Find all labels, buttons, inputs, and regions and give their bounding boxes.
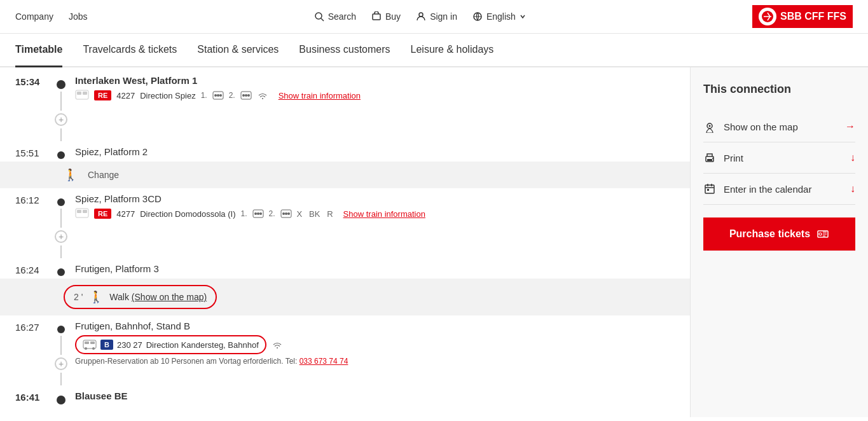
timeline-dot	[57, 326, 65, 333]
bus-direction: Direction Kandersteg, Bahnhof	[146, 340, 259, 350]
language-label: English	[486, 11, 516, 22]
timeline-col: +	[53, 75, 69, 141]
svg-point-39	[712, 158, 713, 159]
station-name: Blausee BE	[75, 390, 675, 401]
nav-station-services[interactable]: Station & services	[197, 34, 279, 67]
walk-highlight: 2 ' 🚶 Walk (Show on the map)	[64, 285, 217, 309]
sidebar-item-left: Enter in the calendar	[703, 183, 811, 195]
signin-button[interactable]: Sign in	[416, 11, 457, 22]
nav-leisure[interactable]: Leisure & holidays	[411, 34, 494, 67]
search-button[interactable]: Search	[314, 11, 356, 22]
svg-point-10	[214, 94, 217, 97]
timetable-area: 15:34 + Interlaken West, Platform 1 RE 4…	[0, 67, 690, 417]
svg-rect-7	[77, 92, 81, 95]
sidebar-item-print[interactable]: Print ↓	[703, 142, 855, 174]
class2-icon	[280, 209, 292, 218]
svg-point-15	[245, 94, 247, 97]
map-icon	[703, 120, 716, 133]
ticket-icon	[816, 228, 829, 240]
table-row: 15:51 Spiez, Platform 2	[0, 144, 690, 162]
departure-time: 16:27	[15, 321, 53, 333]
phone-link[interactable]: 033 673 74 74	[300, 357, 348, 366]
extra-service-codes: X BK R	[297, 209, 333, 219]
sidebar-arrow-down-print: ↓	[850, 152, 855, 163]
sidebar-item-map[interactable]: Show on the map →	[703, 111, 855, 142]
timeline-dot	[57, 396, 65, 404]
bus-wifi-icon	[272, 340, 283, 349]
globe-icon	[472, 11, 483, 22]
expand-button[interactable]: +	[55, 113, 67, 126]
arrival-time: 15:51	[15, 146, 53, 158]
station-name: Spiez, Platform 3CD	[75, 193, 675, 204]
svg-point-26	[282, 212, 285, 215]
station-name: Frutigen, Bahnhof, Stand B	[75, 321, 675, 331]
train-icon	[75, 208, 89, 219]
bus-number: 230 27	[117, 340, 142, 350]
table-row: 16:24 Frutigen, Platform 3	[0, 261, 690, 279]
bus-type-badge: B	[100, 340, 113, 350]
jobs-link[interactable]: Jobs	[69, 11, 88, 22]
main-nav: Timetable Travelcards & tickets Station …	[0, 34, 868, 67]
top-bar-left: Company Jobs	[15, 11, 88, 22]
wifi-icon	[257, 91, 268, 100]
purchase-tickets-button[interactable]: Purchase tickets	[703, 217, 855, 251]
station-info: Frutigen, Platform 3	[69, 263, 675, 274]
svg-point-31	[92, 347, 95, 350]
train-info: RE 4277 Direction Domodossola (I) 1. 2.	[75, 208, 675, 219]
station-name: Interlaken West, Platform 1	[75, 75, 675, 86]
svg-point-16	[247, 94, 250, 97]
timeline-col	[53, 263, 69, 276]
table-row: 16:41 Blausee BE	[0, 388, 690, 412]
nav-business[interactable]: Business customers	[299, 34, 390, 67]
station-info: Interlaken West, Platform 1 RE 4227 Dire…	[69, 75, 675, 101]
svg-rect-38	[707, 159, 712, 161]
top-bar: Company Jobs Search Buy Sign in	[0, 0, 868, 34]
company-link[interactable]: Company	[15, 11, 53, 22]
nav-travelcards[interactable]: Travelcards & tickets	[83, 34, 177, 67]
sidebar-arrow-right: →	[845, 121, 855, 132]
svg-point-30	[85, 347, 87, 350]
svg-rect-33	[90, 342, 95, 344]
top-bar-center: Search Buy Sign in English	[314, 11, 526, 22]
svg-point-12	[219, 94, 222, 97]
train-icon	[75, 90, 89, 101]
timeline-dot	[57, 268, 65, 276]
svg-point-3	[419, 13, 423, 17]
svg-point-22	[254, 212, 257, 215]
svg-point-17	[262, 98, 263, 99]
station-info: Spiez, Platform 3CD RE 4277 Direction Do…	[69, 193, 675, 219]
svg-point-43	[819, 233, 822, 235]
walk-icon: 🚶	[64, 168, 78, 182]
train-info: RE 4227 Direction Spiez 1. 2.	[75, 90, 675, 101]
expand-button[interactable]: +	[55, 230, 67, 243]
language-button[interactable]: English	[472, 11, 526, 22]
station-info: Frutigen, Bahnhof, Stand B B 230 27 Dire…	[69, 321, 675, 366]
show-train-info-link-2[interactable]: Show train information	[343, 209, 425, 219]
train-type-badge: RE	[94, 90, 111, 100]
sidebar-item-calendar[interactable]: Enter in the calendar ↓	[703, 174, 855, 205]
class2-icon	[240, 91, 252, 100]
content-wrapper: 15:34 + Interlaken West, Platform 1 RE 4…	[0, 67, 868, 417]
train-direction: Direction Spiez	[140, 91, 195, 100]
buy-button[interactable]: Buy	[371, 11, 401, 22]
sidebar-arrow-down-cal: ↓	[850, 183, 855, 195]
search-label: Search	[328, 11, 356, 22]
expand-button-bus[interactable]: +	[55, 357, 67, 370]
show-map-link[interactable]: (Show on the map)	[132, 292, 207, 302]
person-icon	[416, 11, 426, 22]
timeline-col: +	[53, 321, 69, 385]
walk-duration: 2 '	[74, 292, 83, 302]
station-name: Frutigen, Platform 3	[75, 263, 675, 274]
show-train-info-link[interactable]: Show train information	[279, 91, 361, 100]
sidebar-title: This connection	[703, 83, 855, 96]
nav-timetable[interactable]: Timetable	[15, 34, 62, 67]
logo-text: SBB CFF FFS	[780, 11, 846, 22]
svg-point-34	[277, 347, 278, 349]
train-direction: Direction Domodossola (I)	[140, 209, 235, 219]
chevron-down-icon	[520, 13, 526, 20]
sidebar-item-left: Show on the map	[703, 120, 798, 133]
svg-rect-8	[83, 92, 87, 95]
table-row: 16:27 + Frutigen, Bahnhof, Stand B	[0, 315, 690, 388]
timeline-dot	[57, 198, 65, 206]
buy-icon	[371, 11, 382, 22]
